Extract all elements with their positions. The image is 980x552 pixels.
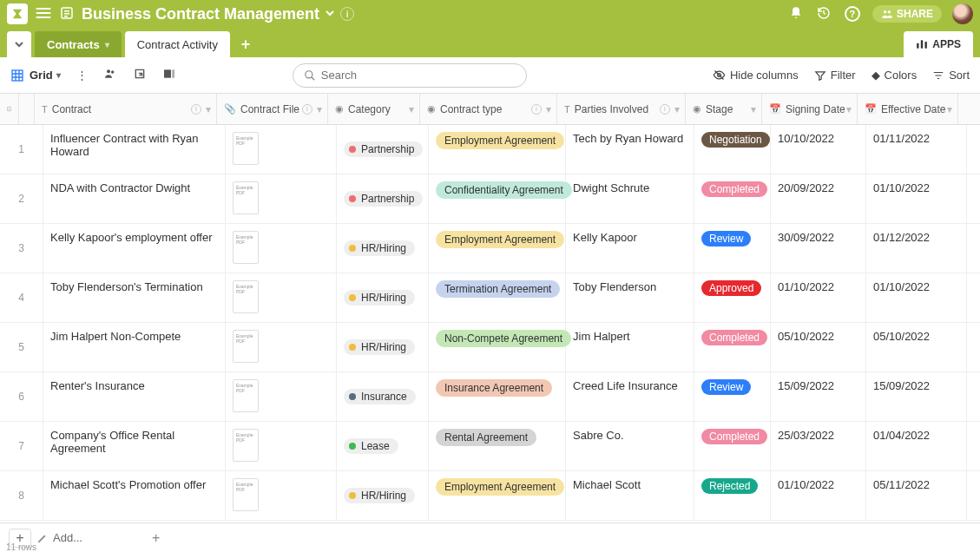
hide-columns-button[interactable]: Hide columns: [713, 69, 799, 82]
cell-effective[interactable]: 05/10/2022: [866, 323, 967, 371]
info-icon[interactable]: i: [340, 7, 354, 21]
cell-type[interactable]: Insurance Agreement: [429, 372, 566, 421]
chevron-down-icon[interactable]: ▾: [751, 103, 756, 115]
table-row[interactable]: 5 Jim Halpert Non-Compete Example PDF HR…: [0, 323, 980, 372]
cell-type[interactable]: Employment Agreement: [429, 125, 566, 174]
cell-signing[interactable]: 25/03/2022: [771, 422, 866, 470]
cell-parties[interactable]: Sabre Co.: [566, 422, 694, 470]
cell-stage[interactable]: Approved: [694, 273, 771, 322]
file-thumbnail[interactable]: Example PDF: [233, 478, 259, 511]
cell-file[interactable]: Example PDF: [226, 323, 337, 371]
add-tab-button[interactable]: +: [233, 31, 258, 57]
file-thumbnail[interactable]: Example PDF: [233, 379, 259, 412]
page-title[interactable]: Business Contract Management: [82, 5, 319, 23]
tab-contract-activity[interactable]: Contract Activity: [125, 31, 230, 57]
tab-contracts[interactable]: Contracts ▾: [35, 31, 122, 57]
table-row[interactable]: 4 Toby Flenderson's Termination Example …: [0, 273, 980, 323]
cell-file[interactable]: Example PDF: [226, 471, 337, 520]
apps-button[interactable]: APPS: [904, 31, 973, 57]
cell-stage[interactable]: Completed: [694, 174, 771, 223]
table-row[interactable]: 2 NDA with Contractor Dwight Example PDF…: [0, 174, 980, 224]
cell-category[interactable]: HR/Hiring: [337, 323, 429, 371]
file-thumbnail[interactable]: Example PDF: [233, 231, 259, 264]
cell-stage[interactable]: Review: [694, 224, 771, 273]
cell-category[interactable]: HR/Hiring: [337, 471, 429, 520]
cell-signing[interactable]: 20/09/2022: [771, 174, 866, 223]
cell-stage[interactable]: Negotiation: [694, 125, 771, 174]
file-thumbnail[interactable]: Example PDF: [233, 429, 259, 462]
cell-signing[interactable]: 15/09/2022: [771, 372, 866, 421]
select-all-checkbox[interactable]: [0, 94, 19, 124]
chevron-down-icon[interactable]: ▾: [409, 103, 414, 115]
more-options-icon[interactable]: ⋮: [76, 69, 88, 82]
column-file[interactable]: 📎 Contract File i▾: [217, 94, 328, 124]
cell-category[interactable]: HR/Hiring: [337, 224, 429, 273]
cell-type[interactable]: Employment Agreement: [429, 224, 566, 273]
cell-file[interactable]: Example PDF: [226, 273, 337, 322]
cell-category[interactable]: Lease: [337, 422, 429, 470]
column-effective[interactable]: 📅 Effective Date ▾: [858, 94, 958, 124]
column-type[interactable]: ◉ Contract type i▾: [420, 94, 557, 124]
card-view-icon[interactable]: [162, 67, 176, 83]
cell-file[interactable]: Example PDF: [226, 125, 337, 174]
cell-type[interactable]: Non-Compete Agreement: [429, 323, 566, 371]
cell-effective[interactable]: 15/09/2022: [866, 372, 967, 421]
view-selector[interactable]: Grid ▾: [10, 69, 61, 82]
cell-file[interactable]: Example PDF: [226, 422, 337, 470]
cell-file[interactable]: Example PDF: [226, 224, 337, 273]
cell-effective[interactable]: 01/12/2022: [866, 224, 967, 273]
collapse-views-icon[interactable]: [7, 31, 31, 57]
info-icon[interactable]: i: [660, 104, 670, 115]
column-category[interactable]: ◉ Category ▾: [328, 94, 420, 124]
cell-effective[interactable]: 01/10/2022: [866, 273, 967, 322]
people-icon[interactable]: [103, 67, 117, 83]
cell-parties[interactable]: Dwight Schrute: [566, 174, 694, 223]
cell-contract[interactable]: Renter's Insurance: [43, 372, 226, 421]
cell-parties[interactable]: Creed Life Insurance: [566, 372, 694, 421]
cell-effective[interactable]: 01/04/2022: [866, 422, 967, 470]
app-logo[interactable]: [7, 3, 28, 24]
cell-effective[interactable]: 01/11/2022: [866, 125, 967, 174]
chevron-down-icon[interactable]: ▾: [947, 103, 952, 115]
cell-stage[interactable]: Review: [694, 372, 771, 421]
column-signing[interactable]: 📅 Signing Date ▾: [762, 94, 858, 124]
filter-button[interactable]: Filter: [814, 69, 856, 82]
file-thumbnail[interactable]: Example PDF: [233, 132, 259, 165]
cell-stage[interactable]: Completed: [694, 323, 771, 371]
table-row[interactable]: 1 Influencer Contract with Ryan Howard E…: [0, 125, 980, 174]
info-icon[interactable]: i: [302, 104, 312, 115]
chevron-down-icon[interactable]: ▾: [206, 103, 211, 115]
cell-parties[interactable]: Jim Halpert: [566, 323, 694, 371]
cell-signing[interactable]: 01/10/2022: [771, 273, 866, 322]
add-column-button[interactable]: +: [152, 530, 160, 546]
cell-signing[interactable]: 30/09/2022: [771, 224, 866, 273]
cell-signing[interactable]: 10/10/2022: [771, 125, 866, 174]
cell-stage[interactable]: Completed: [694, 422, 771, 470]
table-row[interactable]: 6 Renter's Insurance Example PDF Insuran…: [0, 372, 980, 422]
cell-parties[interactable]: Toby Flenderson: [566, 273, 694, 322]
file-thumbnail[interactable]: Example PDF: [233, 330, 259, 363]
cell-type[interactable]: Rental Agreement: [429, 422, 566, 470]
chevron-down-icon[interactable]: ▾: [674, 103, 680, 115]
help-icon[interactable]: ?: [845, 6, 860, 22]
cell-stage[interactable]: Rejected: [694, 471, 771, 520]
cell-type[interactable]: Employment Agreement: [429, 471, 566, 520]
chevron-down-icon[interactable]: ▾: [546, 103, 551, 115]
cell-contract[interactable]: NDA with Contractor Dwight: [43, 174, 226, 223]
info-icon[interactable]: i: [531, 104, 542, 115]
column-parties[interactable]: T Parties Involved i▾: [557, 94, 686, 124]
cell-contract[interactable]: Michael Scott's Promotion offer: [43, 471, 226, 520]
cell-type[interactable]: Confidentiality Agreement: [429, 174, 566, 223]
cell-signing[interactable]: 05/10/2022: [771, 323, 866, 371]
cell-parties[interactable]: Tech by Ryan Howard: [566, 125, 694, 174]
info-icon[interactable]: i: [191, 104, 201, 115]
search-input[interactable]: [321, 69, 516, 82]
title-chevron-down-icon[interactable]: [325, 8, 335, 21]
add-row-label[interactable]: Add...: [36, 531, 82, 544]
cell-category[interactable]: HR/Hiring: [337, 273, 429, 322]
hamburger-menu-icon[interactable]: [35, 4, 52, 24]
cell-signing[interactable]: 01/10/2022: [771, 471, 866, 520]
cell-category[interactable]: Partnership: [337, 125, 429, 174]
export-icon[interactable]: [133, 67, 147, 83]
history-icon[interactable]: [817, 6, 831, 23]
